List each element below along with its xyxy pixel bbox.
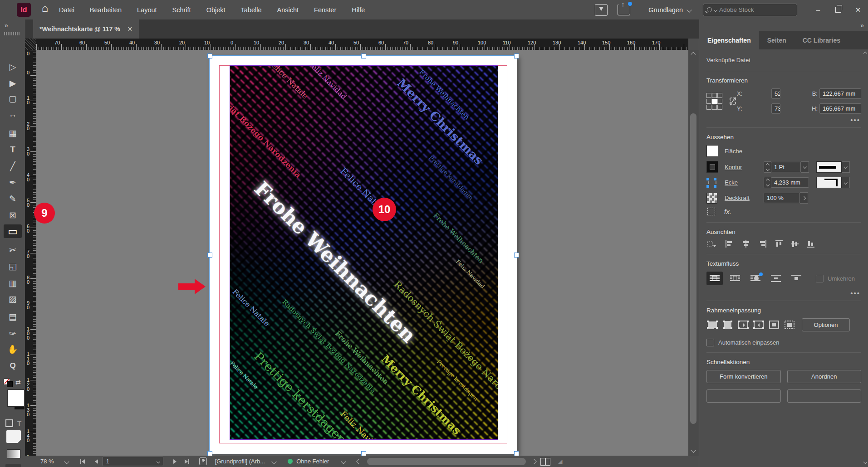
center-content-icon[interactable] bbox=[768, 320, 780, 330]
tab-cc-libraries[interactable]: CC Libraries bbox=[794, 31, 848, 49]
menu-item[interactable]: Bearbeiten bbox=[90, 6, 122, 14]
corner-style-swatch[interactable] bbox=[816, 177, 842, 188]
stroke-swatch[interactable] bbox=[706, 161, 718, 173]
share-icon[interactable]: ↑ bbox=[618, 4, 630, 15]
align-center-h-icon[interactable] bbox=[742, 240, 750, 248]
gradient-swatch-tool[interactable]: ▥ bbox=[4, 276, 22, 290]
menu-item[interactable]: Hilfe bbox=[352, 6, 365, 14]
rectangle-tool[interactable]: ▭ bbox=[4, 224, 22, 238]
vertical-ruler[interactable]: 00102030405060708090100110120130140150 bbox=[25, 50, 37, 456]
selection-handle[interactable] bbox=[514, 253, 519, 258]
document-tab[interactable]: *Weihnachtskarte @ 117 % ✕ bbox=[33, 19, 139, 39]
quick-action-button[interactable]: Anordnen bbox=[787, 370, 862, 383]
formatting-affects-text-icon[interactable]: T bbox=[17, 419, 21, 427]
free-transform-tool[interactable]: ◱ bbox=[4, 259, 22, 273]
zoom-tool[interactable]: Q bbox=[4, 359, 22, 373]
more-options-icon[interactable]: ••• bbox=[850, 116, 860, 124]
minimize-button[interactable]: – bbox=[808, 0, 828, 19]
tools-grip[interactable] bbox=[4, 32, 20, 35]
stroke-weight-stepper[interactable] bbox=[764, 161, 771, 173]
x-field[interactable]: 52,333 mm bbox=[771, 88, 780, 99]
workspace-switcher[interactable]: Grundlagen bbox=[648, 6, 691, 14]
fill-color-swatch[interactable] bbox=[7, 389, 25, 407]
selection-handle[interactable] bbox=[361, 451, 366, 456]
pen-tool[interactable]: ✒ bbox=[4, 175, 22, 189]
fill-swatch[interactable] bbox=[706, 145, 718, 157]
scroll-down-icon[interactable] bbox=[691, 448, 696, 452]
selection-tool[interactable]: ▷ bbox=[4, 60, 22, 73]
direct-selection-tool[interactable]: ▶ bbox=[4, 76, 22, 90]
y-field[interactable]: 73,833 mm bbox=[771, 103, 780, 114]
opacity-expand-icon[interactable] bbox=[800, 192, 808, 204]
selection-handle[interactable] bbox=[514, 54, 519, 58]
more-options-icon[interactable]: ••• bbox=[850, 289, 860, 297]
quick-action-button-cut[interactable] bbox=[706, 389, 781, 403]
default-fill-stroke-icon[interactable] bbox=[4, 379, 13, 387]
line-tool[interactable]: ╱ bbox=[4, 159, 22, 173]
screen-mode-button[interactable] bbox=[5, 464, 21, 467]
zoom-dropdown-icon[interactable] bbox=[64, 459, 69, 464]
fit-content-to-frame-icon[interactable] bbox=[737, 320, 749, 330]
invert-checkbox[interactable] bbox=[816, 275, 824, 282]
apply-color-button[interactable] bbox=[6, 430, 21, 443]
selection-handle[interactable] bbox=[361, 54, 366, 58]
preflight-profile[interactable]: [Grundprofil] (Arb... bbox=[215, 458, 265, 465]
clear-fitting-icon[interactable] bbox=[784, 320, 795, 330]
content-collector-tool[interactable]: ▦ bbox=[4, 126, 22, 140]
type-tool[interactable]: T bbox=[4, 143, 22, 156]
collapse-panel-icon[interactable]: » bbox=[860, 22, 864, 29]
selection-handle[interactable] bbox=[207, 54, 212, 58]
close-tab-icon[interactable]: ✕ bbox=[128, 25, 133, 33]
stroke-style-dropdown-icon[interactable] bbox=[842, 161, 850, 173]
pencil-tool[interactable]: ✎ bbox=[4, 192, 22, 205]
wrap-object-shape-icon[interactable] bbox=[747, 272, 764, 285]
eyedropper-tool[interactable]: ✑ bbox=[4, 326, 22, 340]
document-canvas[interactable]: Radosnych Świąt Bożego NarodzeniaFelice … bbox=[36, 50, 688, 456]
swap-fill-stroke-icon[interactable]: ⇄ bbox=[15, 379, 21, 386]
close-button[interactable]: ✕ bbox=[848, 0, 868, 19]
opacity-field[interactable]: 100 % bbox=[764, 193, 800, 203]
selection-handle[interactable] bbox=[207, 451, 212, 456]
quick-action-button[interactable]: Form konvertieren bbox=[706, 370, 781, 383]
previous-page-button[interactable] bbox=[95, 459, 98, 464]
align-left-icon[interactable] bbox=[725, 240, 733, 248]
first-page-button[interactable] bbox=[80, 459, 85, 464]
apply-gradient-button[interactable] bbox=[7, 449, 20, 458]
frame-tool[interactable]: ⊠ bbox=[4, 208, 22, 222]
menu-item[interactable]: Datei bbox=[59, 6, 74, 14]
home-icon[interactable]: ⌂ bbox=[37, 2, 53, 15]
selection-handle[interactable] bbox=[514, 451, 519, 456]
scroll-right-icon[interactable] bbox=[532, 459, 537, 464]
tab-seiten[interactable]: Seiten bbox=[759, 31, 794, 49]
scroll-up-icon[interactable] bbox=[691, 52, 696, 57]
menu-item[interactable]: Schrift bbox=[172, 6, 191, 14]
formatting-affects-container-icon[interactable] bbox=[5, 419, 13, 427]
align-top-icon[interactable] bbox=[775, 240, 783, 248]
horizontal-scroll-thumb[interactable] bbox=[367, 458, 526, 465]
corner-radius-field[interactable]: 4,233 mm bbox=[771, 177, 809, 188]
zoom-level[interactable]: 78 % bbox=[40, 458, 54, 465]
resize-grip-icon[interactable]: ◢ bbox=[558, 458, 562, 465]
fitting-options-button[interactable]: Optionen bbox=[802, 318, 850, 331]
stroke-weight-field[interactable]: 1 Pt bbox=[771, 162, 801, 172]
height-field[interactable]: 165,667 mm bbox=[819, 103, 861, 114]
ruler-origin-corner[interactable] bbox=[25, 39, 37, 50]
align-options-icon[interactable] bbox=[706, 240, 716, 248]
scroll-left-icon[interactable] bbox=[357, 459, 362, 464]
width-field[interactable]: 122,667 mm bbox=[819, 88, 861, 99]
status-dropdown-icon[interactable] bbox=[341, 459, 346, 464]
corner-link[interactable]: Ecke bbox=[725, 179, 764, 186]
christmas-card-image-frame[interactable]: Radosnych Świąt Bożego NarodzeniaFelice … bbox=[230, 65, 498, 440]
corner-style-dropdown-icon[interactable] bbox=[842, 177, 850, 188]
horizontal-ruler[interactable]: 7060504030201001020304050607080901001101… bbox=[36, 39, 688, 50]
menu-item[interactable]: Layout bbox=[137, 6, 157, 14]
hand-tool[interactable]: ✋ bbox=[4, 342, 22, 356]
menu-item[interactable]: Tabelle bbox=[241, 6, 262, 14]
gradient-feather-tool[interactable]: ▨ bbox=[4, 292, 22, 306]
preflight-status[interactable]: Ohne Fehler bbox=[296, 458, 329, 465]
tab-eigenschaften[interactable]: Eigenschaften bbox=[699, 31, 759, 49]
scissors-tool[interactable]: ✂ bbox=[4, 243, 22, 257]
corner-radius-stepper[interactable] bbox=[764, 177, 771, 188]
reference-point-selector[interactable] bbox=[706, 93, 723, 110]
preflight-icon[interactable] bbox=[199, 457, 207, 465]
